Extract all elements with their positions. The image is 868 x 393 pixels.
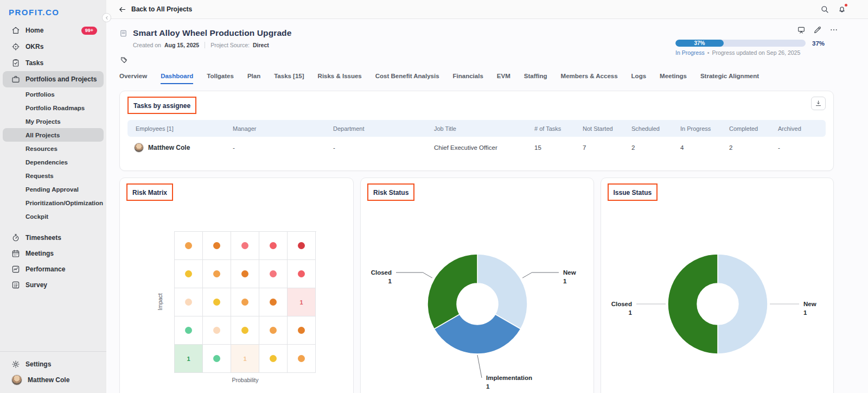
sidebar-item[interactable]: Tasks (3, 55, 104, 71)
sidebar-subitem-label: Prioritization/Optimization (25, 200, 103, 206)
matrix-cell-r3c1[interactable] (175, 288, 203, 316)
tab[interactable]: Meetings (660, 73, 687, 84)
matrix-cell-r5c2[interactable] (203, 345, 231, 373)
column-header[interactable]: Department (325, 125, 426, 132)
matrix-cell-r2c3[interactable] (231, 260, 259, 288)
sidebar-subitem-label: Cockpit (25, 213, 48, 220)
edit-pencil-icon[interactable] (813, 26, 822, 34)
download-button[interactable] (811, 97, 826, 110)
progress-bar: 37% (675, 40, 806, 47)
sidebar-subitem[interactable]: Portfolios (3, 87, 104, 101)
sidebar-item[interactable]: OKRs (3, 39, 104, 55)
column-header[interactable]: Job Title (426, 125, 526, 132)
table-row[interactable]: Matthew Cole - - Chief Executive Officer… (127, 137, 826, 159)
sidebar-subitem[interactable]: Portfolio Roadmaps (3, 101, 104, 115)
matrix-cell-r5c1[interactable]: 1 (175, 345, 203, 373)
matrix-cell-r4c5[interactable] (288, 316, 316, 345)
matrix-cell-r2c2[interactable] (203, 260, 231, 288)
sidebar-item[interactable]: Home 99+ (3, 22, 104, 39)
tab[interactable]: Tollgates (207, 73, 234, 84)
matrix-cell-r4c2[interactable] (203, 316, 231, 345)
matrix-cell-r5c3[interactable]: 1 (231, 345, 259, 373)
column-header[interactable]: # of Tasks (526, 125, 575, 132)
risk-dot (185, 299, 192, 306)
tab[interactable]: Strategic Alignment (700, 73, 759, 84)
matrix-cell-r3c3[interactable] (231, 288, 259, 316)
sidebar-subitem[interactable]: Requests (3, 169, 104, 182)
sidebar-subitem[interactable]: Resources (3, 142, 104, 155)
matrix-cell-r1c5[interactable] (288, 232, 316, 260)
sidebar-item-settings[interactable]: Settings (3, 356, 104, 372)
column-header[interactable]: In Progress (672, 125, 721, 132)
column-header[interactable]: Employees [1] (127, 125, 225, 132)
sidebar-subitem-label: My Projects (25, 118, 61, 125)
tab-bar: Overview Dashboard Tollgates Plan Tasks … (119, 73, 834, 84)
sidebar-item[interactable]: Timesheets (3, 230, 104, 245)
matrix-cell-r1c3[interactable] (231, 232, 259, 260)
sidebar-subitem[interactable]: My Projects (3, 115, 104, 128)
matrix-cell-r1c1[interactable] (175, 232, 203, 260)
tab[interactable]: Financials (453, 73, 483, 84)
donut-slice-closed[interactable] (427, 254, 477, 329)
sidebar-subitem[interactable]: Cockpit (3, 210, 104, 223)
calendar-icon (11, 249, 20, 258)
sidebar-subitem[interactable]: Prioritization/Optimization (3, 196, 104, 210)
tab[interactable]: Members & Access (561, 73, 618, 84)
sidebar-subitem-label: Requests (25, 173, 54, 179)
matrix-cell-r3c5[interactable]: 1 (288, 288, 316, 316)
notifications-bell-icon[interactable] (838, 5, 846, 14)
matrix-cell-r1c4[interactable] (259, 232, 288, 260)
column-header[interactable]: Completed (721, 125, 770, 132)
tab[interactable]: Logs (631, 73, 646, 84)
tab[interactable]: Overview (119, 73, 147, 84)
sidebar-subitem[interactable]: All Projects (3, 128, 104, 142)
tab[interactable]: EVM (497, 73, 510, 84)
matrix-cell-r1c2[interactable] (203, 232, 231, 260)
column-header[interactable]: Scheduled (623, 125, 672, 132)
more-options-icon[interactable] (829, 26, 838, 34)
sidebar-subitem[interactable]: Pending Approval (3, 182, 104, 196)
sidebar-item[interactable]: Portfolios and Projects (3, 71, 104, 87)
tab[interactable]: Tasks [15] (274, 73, 304, 84)
sidebar-nav-projects: Portfolios Portfolio Roadmaps My Project… (0, 87, 106, 223)
donut-slice-new[interactable] (718, 254, 768, 354)
matrix-cell-r4c3[interactable] (231, 316, 259, 345)
risk-dot (185, 270, 192, 277)
matrix-cell-r3c4[interactable] (259, 288, 288, 316)
sidebar-user[interactable]: Matthew Cole (3, 372, 104, 388)
donut-slice-new[interactable] (477, 254, 527, 329)
matrix-cell-r4c1[interactable] (175, 316, 203, 345)
matrix-cell-r5c4[interactable] (259, 345, 288, 373)
completed-cell: 2 (721, 144, 770, 151)
presentation-icon[interactable] (797, 26, 806, 34)
matrix-cell-r3c2[interactable] (203, 288, 231, 316)
tab[interactable]: Staffing (524, 73, 547, 84)
search-icon[interactable] (820, 5, 829, 14)
matrix-cell-r2c5[interactable] (288, 260, 316, 288)
matrix-cell-r4c4[interactable] (259, 316, 288, 345)
card-title: Tasks by assignee (133, 102, 190, 110)
tab[interactable]: Dashboard (161, 73, 193, 84)
sidebar-item[interactable]: Survey (3, 277, 104, 293)
tab[interactable]: Cost Benefit Analysis (375, 73, 439, 84)
sidebar-nav-lower: Timesheets Meetings Performance Survey (0, 230, 106, 293)
column-header[interactable]: Not Started (575, 125, 623, 132)
matrix-cell-r2c4[interactable] (259, 260, 288, 288)
tags-icon[interactable] (120, 56, 128, 64)
scheduled-cell: 2 (623, 144, 672, 151)
status-in-progress-link[interactable]: In Progress (675, 49, 705, 56)
back-link[interactable]: Back to All Projects (118, 5, 192, 14)
column-header[interactable]: Manager (225, 125, 325, 132)
sidebar-collapse-button[interactable] (102, 13, 111, 22)
risk-dot (185, 242, 192, 249)
tab[interactable]: Risks & Issues (318, 73, 362, 84)
matrix-cell-r5c5[interactable] (288, 345, 316, 373)
sidebar-item[interactable]: Performance (3, 261, 104, 277)
donut-slice-closed[interactable] (667, 254, 717, 354)
tab[interactable]: Plan (247, 73, 260, 84)
sidebar-subitem[interactable]: Dependencies (3, 155, 104, 169)
sidebar-item[interactable]: Meetings (3, 245, 104, 261)
column-header[interactable]: Archived (770, 125, 826, 132)
annotation-box: Risk Matrix (126, 183, 173, 201)
matrix-cell-r2c1[interactable] (175, 260, 203, 288)
